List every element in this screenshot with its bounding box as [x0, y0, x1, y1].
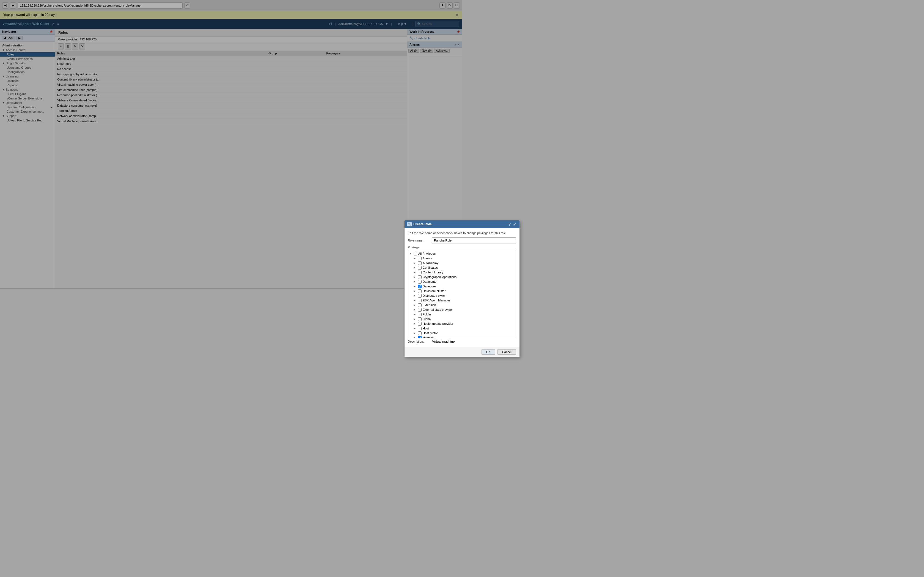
priv-checkbox[interactable] [418, 256, 422, 260]
role-name-row: Role name: [408, 237, 462, 243]
privilege-item[interactable]: ▶Certificates [409, 266, 462, 270]
modal-description: Edit the role name or select check boxes… [408, 231, 462, 235]
priv-label: Alarms [423, 256, 432, 260]
priv-expand-icon: ▶ [414, 266, 417, 269]
priv-expand-icon: ▼ [409, 252, 412, 255]
role-name-label: Role name: [408, 239, 430, 242]
privilege-item[interactable]: ▼All Privileges [409, 251, 462, 256]
priv-expand-icon: ▶ [414, 271, 417, 274]
priv-expand-icon: ▶ [414, 285, 417, 288]
modal-title-bar: 🔧 Create Role ? ⤢ [404, 220, 462, 228]
role-name-input[interactable] [432, 237, 462, 243]
priv-checkbox[interactable] [418, 266, 422, 269]
modal-overlay: 🔧 Create Role ? ⤢ Edit the role name or … [0, 0, 462, 288]
privilege-label: Privilege: [408, 246, 462, 249]
priv-label: Content Library [423, 271, 443, 274]
modal-title: Create Role [414, 222, 432, 226]
priv-checkbox[interactable] [418, 271, 422, 274]
privilege-item[interactable]: ▶AutoDeploy [409, 261, 462, 266]
priv-label: All Privileges [418, 252, 436, 255]
priv-expand-icon: ▶ [414, 257, 417, 259]
priv-expand-icon: ▶ [414, 280, 417, 283]
priv-label: Datastore [423, 285, 436, 288]
privilege-item[interactable]: ▶Cryptographic operations [409, 275, 462, 279]
priv-label: Certificates [423, 266, 438, 269]
priv-label: Cryptographic operations [423, 275, 457, 279]
privilege-tree[interactable]: ▼All Privileges▶Alarms▶AutoDeploy▶Certif… [408, 250, 462, 289]
modal-title-icon: 🔧 [407, 222, 412, 226]
privilege-item[interactable]: ▶Alarms [409, 256, 462, 261]
priv-checkbox[interactable] [418, 275, 422, 279]
priv-label: Datacenter [423, 280, 438, 283]
privilege-item[interactable]: ▶Datacenter [409, 279, 462, 284]
priv-expand-icon: ▶ [414, 276, 417, 278]
priv-checkbox[interactable] [418, 280, 422, 284]
priv-checkbox[interactable] [418, 261, 422, 265]
priv-checkbox[interactable] [414, 252, 417, 256]
priv-expand-icon: ▶ [414, 261, 417, 264]
privilege-item[interactable]: ▶Content Library [409, 270, 462, 275]
priv-label: AutoDeploy [423, 261, 438, 264]
priv-checkbox[interactable] [418, 285, 422, 288]
modal-body: Edit the role name or select check boxes… [404, 228, 462, 289]
create-role-modal: 🔧 Create Role ? ⤢ Edit the role name or … [404, 220, 462, 289]
privilege-item[interactable]: ▶Datastore [409, 284, 462, 289]
